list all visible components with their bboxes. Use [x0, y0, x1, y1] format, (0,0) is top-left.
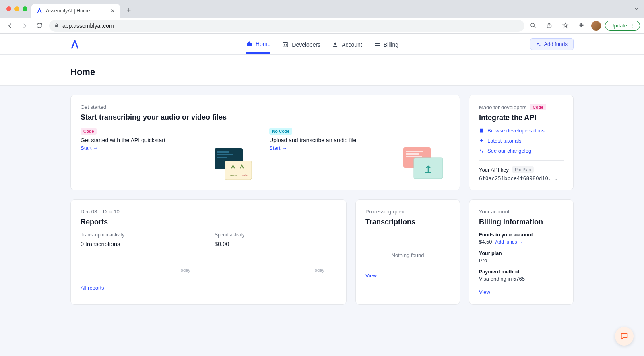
card-label: Processing queue	[365, 209, 450, 215]
update-button[interactable]: Update ⋮	[605, 21, 640, 31]
browser-toolbar: app.assemblyai.com Update ⋮	[0, 18, 644, 34]
svg-point-1	[530, 23, 534, 27]
svg-rect-10	[217, 157, 227, 158]
lock-icon	[54, 23, 59, 28]
metric-label: Spend activity	[215, 232, 336, 238]
plan-badge: Pro Plan	[512, 166, 534, 173]
window-minimize[interactable]	[14, 6, 19, 11]
card-title: Reports	[80, 218, 336, 226]
all-reports-link[interactable]: All reports	[80, 285, 104, 291]
new-tab-button[interactable]: +	[123, 5, 134, 16]
upload-option[interactable]: No Code Upload and transcribe an audio f…	[269, 127, 450, 180]
code-icon	[282, 41, 289, 48]
code-illustration: noderails	[213, 146, 257, 182]
payment-label: Payment method	[479, 269, 564, 275]
processing-queue-card: Processing queue Transcriptions Nothing …	[355, 199, 460, 305]
nav-label: Developers	[292, 41, 320, 48]
svg-point-4	[334, 42, 336, 44]
nav-home[interactable]: Home	[246, 35, 270, 54]
nav-label: Billing	[384, 41, 398, 48]
update-label: Update	[610, 23, 627, 29]
tabs-dropdown-icon[interactable]	[634, 6, 639, 12]
svg-rect-15	[406, 151, 423, 152]
api-key-value[interactable]: 6f0ac251bbce4f68980d10...	[479, 175, 564, 181]
svg-rect-9	[217, 154, 233, 155]
reload-button[interactable]	[33, 20, 45, 32]
nocode-badge: No Code	[269, 128, 292, 135]
card-label: Made for developers Code	[479, 104, 564, 110]
card-icon	[374, 41, 381, 48]
extensions-icon[interactable]	[575, 20, 587, 32]
nav-account[interactable]: Account	[332, 35, 362, 54]
view-link[interactable]: View	[479, 289, 490, 295]
profile-avatar[interactable]	[591, 21, 601, 31]
date-range: Dec 03 – Dec 10	[80, 209, 336, 215]
option-title: Upload and transcribe an audio file	[269, 137, 450, 143]
integrate-api-card: Made for developers Code Integrate the A…	[469, 95, 574, 190]
window-zoom[interactable]	[23, 6, 27, 11]
card-title: Billing information	[479, 218, 564, 226]
svg-rect-3	[283, 42, 288, 47]
code-badge: Code	[80, 128, 97, 135]
funds-value: $4.50	[479, 239, 492, 245]
reports-card: Dec 03 – Dec 10 Reports Transcription ac…	[70, 199, 347, 305]
spend-activity: Spend activity $0.00 Today	[215, 232, 336, 273]
chart-axis	[80, 266, 190, 266]
star-icon[interactable]	[559, 20, 571, 32]
chat-fab[interactable]	[615, 327, 634, 346]
billing-card: Your account Billing information Funds i…	[469, 199, 574, 305]
url-text: app.assemblyai.com	[62, 23, 114, 29]
app-header: Home Developers Account Billing Add fund…	[0, 34, 644, 55]
plan-value: Pro	[479, 257, 564, 263]
tab-strip: AssemblyAI | Home ✕ +	[0, 0, 644, 18]
transcription-activity: Transcription activity 0 transcriptions …	[80, 232, 202, 273]
svg-rect-0	[55, 25, 58, 27]
api-key-label: Your API key Pro Plan	[479, 166, 564, 173]
view-link[interactable]: View	[365, 273, 377, 279]
card-title: Transcriptions	[365, 218, 450, 226]
quickstart-option[interactable]: Code Get started with the API quickstart…	[80, 127, 261, 180]
chart-axis	[215, 266, 324, 266]
add-funds-link[interactable]: Add funds →	[495, 239, 523, 245]
divider	[479, 160, 564, 161]
card-label: Get started	[80, 104, 450, 110]
docs-link[interactable]: Browse developers docs	[479, 128, 564, 134]
funds-label: Funds in your account	[479, 232, 564, 238]
chart-x-label: Today	[80, 268, 190, 273]
svg-rect-17	[406, 156, 422, 157]
page-title: Home	[70, 67, 574, 77]
zoom-icon[interactable]	[527, 20, 539, 32]
upload-illustration	[402, 146, 446, 182]
get-started-card: Get started Start transcribing your audi…	[70, 95, 460, 190]
browser-tab[interactable]: AssemblyAI | Home ✕	[31, 4, 120, 18]
code-badge: Code	[530, 104, 546, 110]
tutorials-link[interactable]: Latest tutorials	[479, 138, 564, 144]
changelog-link[interactable]: See our changelog	[479, 148, 564, 154]
address-bar[interactable]: app.assemblyai.com	[49, 20, 524, 32]
home-icon	[246, 40, 253, 48]
person-icon	[332, 41, 339, 48]
sparkle-icon	[536, 41, 541, 47]
card-label: Your account	[479, 209, 564, 215]
plan-label: Your plan	[479, 250, 564, 256]
nav-billing[interactable]: Billing	[374, 35, 398, 54]
main-content: Get started Start transcribing your audi…	[70, 86, 574, 314]
add-funds-button[interactable]: Add funds	[530, 38, 574, 50]
close-icon[interactable]: ✕	[110, 8, 115, 14]
share-icon[interactable]	[543, 20, 555, 32]
forward-button[interactable]	[19, 20, 31, 32]
svg-rect-19	[425, 172, 431, 173]
nav-developers[interactable]: Developers	[282, 35, 320, 54]
svg-rect-16	[406, 153, 419, 155]
empty-state: Nothing found	[365, 232, 450, 270]
chart-x-label: Today	[215, 268, 324, 273]
metric-value: $0.00	[215, 241, 336, 247]
sparkle-icon	[479, 138, 484, 143]
svg-text:rails: rails	[242, 174, 248, 177]
brand-logo[interactable]	[70, 40, 79, 49]
card-title: Integrate the API	[479, 114, 564, 122]
svg-rect-20	[480, 129, 483, 133]
payment-value: Visa ending in 5765	[479, 276, 564, 282]
window-close[interactable]	[6, 6, 11, 11]
back-button[interactable]	[4, 20, 16, 32]
